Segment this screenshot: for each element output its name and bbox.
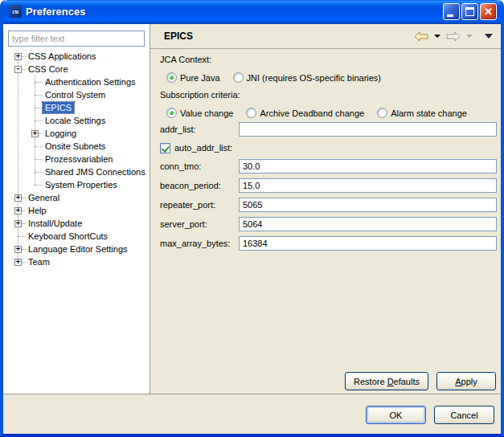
preference-page: EPICS JCA Context: Pure Java JNI (requir… xyxy=(150,24,501,394)
back-dropdown-icon[interactable] xyxy=(434,35,440,38)
page-header: EPICS xyxy=(150,24,501,49)
tree-item-label: Onsite Subnets xyxy=(43,141,108,152)
radio-label: Alarm state change xyxy=(391,108,467,118)
tree-item-control-system[interactable]: Control System xyxy=(3,88,150,101)
tree-item-locale-settings[interactable]: Locale Settings xyxy=(3,114,150,127)
tree-item-label: Language Editor Settings xyxy=(26,243,130,255)
window-title: Preferences xyxy=(26,6,441,18)
ok-button[interactable]: OK xyxy=(366,406,426,424)
expand-icon[interactable]: + xyxy=(14,259,22,266)
tree-item-label: CSS Core xyxy=(26,63,71,75)
radio-value-change[interactable]: Value change xyxy=(166,108,233,118)
expand-icon[interactable]: + xyxy=(31,130,39,137)
main-row: +CSS Applications -CSS Core Authenticati… xyxy=(3,24,501,394)
beacon-period-label: beacon_period: xyxy=(160,181,239,190)
radio-icon[interactable] xyxy=(233,72,244,83)
max-array-bytes-row: max_array_bytes: xyxy=(160,236,497,251)
page-title: EPICS xyxy=(164,31,414,42)
auto-addr-list-row[interactable]: auto_addr_list: xyxy=(160,141,497,154)
close-button[interactable]: ✕ xyxy=(480,3,497,20)
radio-alarm-state-change[interactable]: Alarm state change xyxy=(377,108,467,118)
tree-item-label: Install/Update xyxy=(26,218,84,229)
checkbox-icon[interactable] xyxy=(160,143,170,153)
preferences-tree: +CSS Applications -CSS Core Authenticati… xyxy=(3,50,150,268)
maximize-icon xyxy=(465,7,474,16)
tree-item-label: Team xyxy=(26,256,52,268)
tree-item-css-applications[interactable]: +CSS Applications xyxy=(3,50,150,63)
conn-tmo-input[interactable] xyxy=(239,159,497,174)
button-label: A xyxy=(455,377,461,386)
tree-item-label: Shared JMS Connections xyxy=(43,166,148,178)
minimize-icon xyxy=(447,14,453,17)
addr-list-input[interactable] xyxy=(239,122,497,137)
expand-icon[interactable]: + xyxy=(14,246,22,253)
beacon-period-input[interactable] xyxy=(239,178,497,193)
collapse-icon[interactable]: - xyxy=(14,66,22,73)
tree-item-shared-jms-connections[interactable]: Shared JMS Connections xyxy=(3,165,150,178)
radio-icon[interactable] xyxy=(166,108,177,118)
tree-item-system-properties[interactable]: System Properties xyxy=(3,178,150,191)
tree-item-label: EPICS xyxy=(43,102,74,113)
tree-item-label: CSS Applications xyxy=(26,51,98,62)
tree-item-css-core[interactable]: -CSS Core xyxy=(3,63,150,76)
radio-icon[interactable] xyxy=(246,108,256,118)
tree-item-install-update[interactable]: +Install/Update xyxy=(3,217,150,230)
close-icon: ✕ xyxy=(481,4,496,19)
preferences-window: css Preferences ✕ +CSS Applications -CSS… xyxy=(0,0,504,437)
view-menu-icon[interactable] xyxy=(485,34,493,39)
server-port-row: server_port: xyxy=(160,217,497,231)
addr-list-label: addr_list: xyxy=(160,125,239,134)
tree-item-logging[interactable]: +Logging xyxy=(3,127,150,140)
button-label: D xyxy=(387,377,394,386)
repeater-port-label: repeater_port: xyxy=(160,200,239,210)
tree-item-authentication-settings[interactable]: Authentication Settings xyxy=(3,76,150,88)
tree-item-prozessvariablen[interactable]: Prozessvariablen xyxy=(3,153,150,165)
tree-item-onsite-subnets[interactable]: Onsite Subnets xyxy=(3,140,150,153)
tree-item-label: System Properties xyxy=(43,179,120,190)
tree-item-epics[interactable]: EPICS xyxy=(3,101,150,114)
button-label: Restore xyxy=(354,377,387,386)
radio-label: JNI (requires OS-specific binaries) xyxy=(247,73,382,83)
server-port-label: server_port: xyxy=(160,219,239,229)
maximize-button[interactable] xyxy=(461,3,478,20)
max-array-bytes-label: max_array_bytes: xyxy=(160,239,239,248)
max-array-bytes-input[interactable] xyxy=(239,236,497,251)
back-arrow-icon[interactable] xyxy=(414,31,428,42)
radio-pure-java[interactable]: Pure Java xyxy=(166,72,220,83)
expand-icon[interactable]: + xyxy=(14,207,22,214)
filter-input[interactable] xyxy=(8,31,145,47)
preferences-tree-panel: +CSS Applications -CSS Core Authenticati… xyxy=(3,24,150,394)
repeater-port-input[interactable] xyxy=(239,198,497,212)
server-port-input[interactable] xyxy=(239,217,497,231)
expand-icon[interactable]: + xyxy=(14,53,22,60)
expand-icon[interactable]: + xyxy=(14,220,22,227)
radio-archive-deadband-change[interactable]: Archive Deadband change xyxy=(246,108,364,118)
dialog-content: +CSS Applications -CSS Core Authenticati… xyxy=(3,24,501,434)
tree-item-help[interactable]: +Help xyxy=(3,204,150,217)
forward-dropdown-icon[interactable] xyxy=(466,35,473,38)
title-bar[interactable]: css Preferences ✕ xyxy=(3,0,501,24)
radio-icon[interactable] xyxy=(166,72,177,83)
jca-context-radio-group: Pure Java JNI (requires OS-specific bina… xyxy=(166,71,497,84)
cancel-button[interactable]: Cancel xyxy=(434,406,494,424)
tree-item-label: Authentication Settings xyxy=(43,76,138,88)
radio-icon[interactable] xyxy=(377,108,387,118)
restore-defaults-button[interactable]: Restore Defaults xyxy=(345,372,428,390)
tree-item-label: Keyboard ShortCuts xyxy=(26,231,110,242)
forward-arrow-icon[interactable] xyxy=(446,31,461,42)
beacon-period-row: beacon_period: xyxy=(160,178,497,193)
tree-item-team[interactable]: +Team xyxy=(3,255,150,268)
tree-item-label: General xyxy=(26,192,62,203)
tree-item-language-editor-settings[interactable]: +Language Editor Settings xyxy=(3,243,150,255)
addr-list-row: addr_list: xyxy=(160,122,497,137)
minimize-button[interactable] xyxy=(443,3,460,20)
radio-jni[interactable]: JNI (requires OS-specific binaries) xyxy=(233,72,382,83)
expand-icon[interactable]: + xyxy=(14,194,22,202)
dialog-button-bar: OK Cancel xyxy=(3,394,501,433)
apply-button[interactable]: Apply xyxy=(436,372,496,390)
tree-item-keyboard-shortcuts[interactable]: Keyboard ShortCuts xyxy=(3,230,150,243)
radio-label: Value change xyxy=(180,108,233,118)
button-label: efaults xyxy=(394,377,420,386)
jca-context-label: JCA Context: xyxy=(160,55,497,65)
tree-item-general[interactable]: +General xyxy=(3,191,150,204)
